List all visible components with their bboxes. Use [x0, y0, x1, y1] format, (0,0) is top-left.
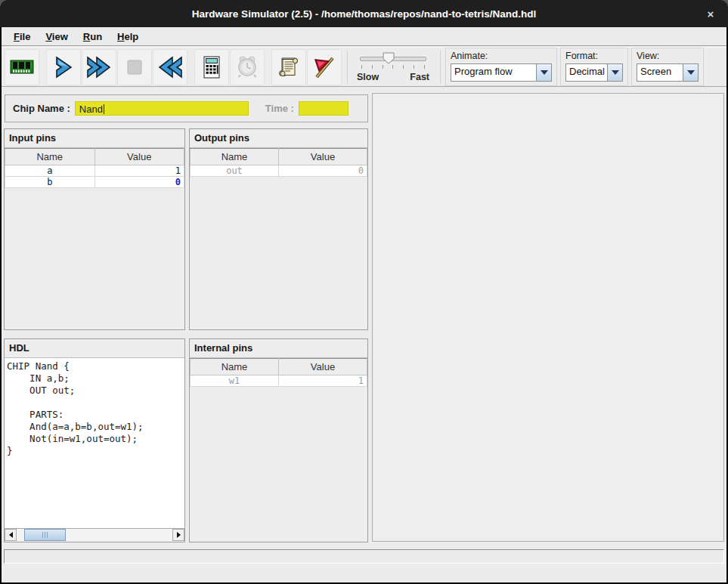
column-header-value: Value [94, 149, 184, 165]
run-icon [85, 54, 113, 80]
reset-button[interactable] [153, 49, 187, 85]
time-label: Time : [265, 103, 294, 114]
chip-header-panel: Chip Name : Nand Time : [5, 94, 368, 122]
clock-button[interactable] [230, 49, 265, 85]
output-pins-panel: Output pins Name Value out 0 [189, 128, 368, 330]
format-group: Format: Decimal [560, 48, 628, 86]
chip-name-label: Chip Name : [13, 103, 70, 114]
hdl-code-view: CHIP Nand { IN a,b; OUT out; PARTS: And(… [5, 358, 184, 529]
view-selected-value: Screen [637, 64, 683, 81]
code-line [7, 397, 184, 409]
output-pins-title: Output pins [190, 129, 367, 148]
column-header-value: Value [279, 149, 367, 165]
run-button[interactable] [82, 49, 116, 85]
pin-value-cell: 0 [279, 165, 367, 177]
hdl-title: HDL [5, 339, 184, 358]
code-line: And(a=a,b=b,out=w1); [7, 421, 184, 433]
column-header-name: Name [191, 149, 279, 165]
stop-button[interactable] [117, 49, 152, 85]
menu-run[interactable]: Run [76, 29, 110, 45]
animate-group: Animate: Program flow [445, 48, 557, 86]
single-step-button[interactable] [46, 49, 81, 85]
chevron-down-icon[interactable] [683, 64, 698, 81]
pin-name-cell: w1 [191, 375, 279, 387]
hdl-horizontal-scrollbar[interactable] [5, 528, 184, 542]
time-field [299, 101, 349, 116]
toolbar: Slow Fast Animate: Program flow Format: … [2, 47, 726, 87]
close-button[interactable]: × [701, 4, 720, 23]
chip-name-input[interactable]: Nand [75, 101, 249, 116]
clock-icon [234, 54, 260, 80]
screen-display-area [372, 93, 724, 542]
menu-view[interactable]: View [38, 29, 75, 45]
scroll-right-button[interactable] [172, 529, 184, 541]
internal-pins-panel: Internal pins Name Value w1 1 [189, 338, 368, 542]
pin-name-cell: out [191, 165, 279, 177]
chevron-down-icon[interactable] [536, 64, 551, 81]
breakpoint-flag-icon [311, 54, 337, 80]
view-label: View: [637, 51, 699, 61]
window-title: Hardware Simulator (2.5) - /home/thomas/… [192, 8, 536, 20]
slider-slow-label: Slow [357, 72, 379, 82]
calculator-button[interactable] [194, 49, 229, 85]
hdl-panel: HDL CHIP Nand { IN a,b; OUT out; PARTS: … [4, 338, 185, 542]
script-button[interactable] [271, 49, 306, 85]
calculator-icon [199, 54, 225, 80]
input-pins-title: Input pins [5, 129, 184, 148]
reset-icon [156, 54, 184, 80]
text-caret [104, 104, 104, 114]
memory-chip-icon [8, 54, 36, 81]
load-chip-button[interactable] [5, 49, 39, 85]
code-line: IN a,b; [7, 372, 184, 385]
table-row: a 1 [5, 165, 184, 177]
input-pins-table: Name Value a 1 b 0 [5, 148, 184, 188]
pin-name-cell: b [5, 177, 95, 188]
script-icon [276, 54, 302, 80]
chevron-down-icon[interactable] [607, 64, 622, 81]
title-bar[interactable]: Hardware Simulator (2.5) - /home/thomas/… [0, 0, 728, 27]
column-header-name: Name [5, 149, 95, 165]
input-pins-panel: Input pins Name Value a 1 b 0 [4, 128, 185, 330]
single-step-icon [51, 54, 76, 80]
code-line: Not(in=w1,out=out); [7, 433, 184, 445]
speed-slider[interactable]: Slow Fast [357, 50, 429, 85]
internal-pins-title: Internal pins [190, 339, 367, 358]
code-line: OUT out; [7, 385, 184, 397]
code-line: CHIP Nand { [7, 360, 184, 372]
view-group: View: Screen [631, 48, 704, 86]
column-header-name: Name [191, 359, 279, 375]
animate-select[interactable]: Program flow [451, 63, 552, 82]
pin-name-cell: a [5, 165, 95, 177]
animate-selected-value: Program flow [451, 64, 536, 81]
stop-icon [122, 54, 147, 80]
slider-fast-label: Fast [410, 72, 429, 82]
scrollbar-thumb[interactable] [24, 529, 66, 541]
code-line: } [7, 445, 184, 457]
table-row: w1 1 [191, 375, 367, 387]
table-row: out 0 [191, 165, 367, 177]
menu-file[interactable]: File [6, 29, 38, 45]
output-pins-table: Name Value out 0 [190, 148, 367, 177]
pin-value-cell[interactable]: 1 [94, 165, 184, 177]
slider-ticks [361, 65, 425, 69]
scroll-left-button[interactable] [5, 529, 17, 541]
status-bar [4, 549, 724, 564]
menu-bar: File View Run Help [2, 27, 726, 46]
pin-value-cell: 1 [279, 375, 367, 387]
menu-help[interactable]: Help [110, 29, 146, 45]
animate-label: Animate: [451, 51, 552, 61]
format-select[interactable]: Decimal [565, 63, 623, 82]
column-header-value: Value [279, 359, 367, 375]
view-select[interactable]: Screen [637, 63, 699, 82]
pin-value-cell[interactable]: 0 [94, 177, 184, 188]
internal-pins-table: Name Value w1 1 [190, 358, 367, 387]
format-label: Format: [565, 51, 623, 61]
table-row: b 0 [5, 177, 184, 188]
format-selected-value: Decimal [566, 64, 607, 81]
breakpoints-button[interactable] [307, 49, 342, 85]
hardware-simulator-window: Hardware Simulator (2.5) - /home/thomas/… [0, 0, 728, 584]
scrollbar-track[interactable] [17, 529, 172, 542]
code-line: PARTS: [7, 409, 184, 421]
